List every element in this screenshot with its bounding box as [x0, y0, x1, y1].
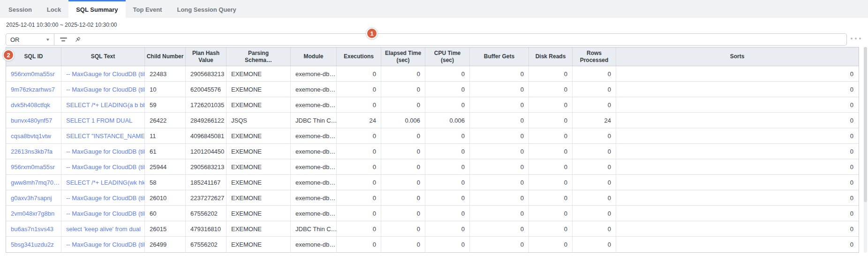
sql-text-link[interactable]: SELECT "INSTANCE_NAME","S…	[61, 128, 145, 143]
cell-plan-hash-value: 1201204450	[186, 144, 226, 159]
filter-list-icon[interactable]	[58, 34, 68, 45]
sql-id-link[interactable]: 5bsg341uzdu2z	[6, 237, 61, 252]
column-header-elapsed-time[interactable]: Elapsed Time (sec)	[381, 47, 425, 66]
table-row[interactable]: gww8mh7mq70…SELECT /*+ LEADING(wk hk) …5…	[6, 175, 859, 190]
cell-sorts: 0	[616, 221, 858, 236]
cell-child-number: 25944	[145, 159, 186, 174]
tab-lock[interactable]: Lock	[39, 0, 68, 18]
sql-id-link[interactable]: 956rxm0ma55sr	[6, 66, 61, 81]
table-row[interactable]: dvk5h408ctfqkSELECT /*+ LEADING(a b bb t…	[6, 97, 859, 113]
cell-disk-reads: 0	[529, 97, 573, 112]
cell-buffer-gets: 0	[470, 159, 529, 174]
pin-icon[interactable]	[72, 34, 83, 45]
sql-text-link[interactable]: SELECT 1 FROM DUAL	[61, 113, 145, 128]
sql-id-link[interactable]: cqsa8bvtq1vtw	[6, 128, 61, 143]
column-header-child-number[interactable]: Child Number	[145, 47, 186, 66]
sql-id-link[interactable]: 2vm048xr7g8bn	[6, 206, 61, 221]
cell-cpu-time: 0	[425, 82, 470, 97]
table-row[interactable]: 5bsg341uzdu2z-- MaxGauge for CloudDB (ti…	[6, 237, 859, 252]
sql-id-link[interactable]: g0axv3h7sapnj	[6, 190, 61, 205]
sql-id-link[interactable]: 956rxm0ma55sr	[6, 159, 61, 174]
cell-sorts: 0	[616, 66, 858, 81]
table-row[interactable]: cqsa8bvtq1vtwSELECT "INSTANCE_NAME","S…1…	[6, 128, 859, 144]
cell-plan-hash-value: 2905683213	[186, 159, 226, 174]
column-header-module[interactable]: Module	[291, 47, 337, 66]
column-header-sorts[interactable]: Sorts	[616, 47, 858, 66]
cell-buffer-gets: 0	[470, 128, 529, 143]
cell-sorts: 0	[616, 206, 858, 221]
column-header-plan-hash-value[interactable]: Plan Hash Value	[186, 47, 226, 66]
column-header-sql-id[interactable]: SQL ID	[6, 47, 61, 66]
table-row[interactable]: bu6as7n1svs43select 'keep alive' from du…	[6, 221, 859, 237]
sql-text-link[interactable]: -- MaxGauge for CloudDB (tib…	[61, 206, 145, 221]
cell-child-number: 60	[145, 206, 186, 221]
cell-executions: 0	[337, 237, 381, 252]
tab-sql-summary[interactable]: SQL Summary	[68, 0, 125, 18]
column-header-disk-reads[interactable]: Disk Reads	[529, 47, 573, 66]
table-row[interactable]: 9m76zkzarhws7-- MaxGauge for CloudDB (ti…	[6, 82, 859, 97]
cell-module: exemone-db…	[291, 159, 337, 174]
cell-disk-reads: 0	[529, 175, 573, 190]
more-options-icon[interactable]	[851, 38, 861, 39]
sql-text-link[interactable]: -- MaxGauge for CloudDB (tib…	[61, 237, 145, 252]
cell-module: exemone-db…	[291, 97, 337, 112]
cell-buffer-gets: 0	[470, 221, 529, 236]
sql-text-link[interactable]: SELECT /*+ LEADING(wk hk) …	[61, 175, 145, 190]
column-header-executions[interactable]: Executions	[337, 47, 381, 66]
cell-child-number: 10	[145, 82, 186, 97]
cell-child-number: 26015	[145, 221, 186, 236]
cell-rows-processed: 0	[573, 190, 616, 205]
cell-module: exemone-db…	[291, 190, 337, 205]
table-row[interactable]: 956rxm0ma55sr-- MaxGauge for CloudDB (ti…	[6, 159, 859, 175]
column-header-parsing-schema[interactable]: Parsing Schema…	[226, 47, 291, 66]
sql-id-link[interactable]: bunvx480ynf57	[6, 113, 61, 128]
table-row[interactable]: bunvx480ynf57SELECT 1 FROM DUAL264222849…	[6, 113, 859, 128]
cell-buffer-gets: 0	[470, 66, 529, 81]
cell-sorts: 0	[616, 128, 858, 143]
sql-text-link[interactable]: select 'keep alive' from dual	[61, 221, 145, 236]
sql-id-link[interactable]: 22613ns3kb7fa	[6, 144, 61, 159]
sql-text-link[interactable]: -- MaxGauge for CloudDB (tib…	[61, 66, 145, 81]
sql-text-link[interactable]: -- MaxGauge for CloudDB (tib…	[61, 159, 145, 174]
sql-text-link[interactable]: -- MaxGauge for CloudDB (tib…	[61, 82, 145, 97]
sql-id-link[interactable]: 9m76zkzarhws7	[6, 82, 61, 97]
cell-buffer-gets: 0	[470, 82, 529, 97]
cell-elapsed-time: 0	[381, 206, 425, 221]
column-header-cpu-time[interactable]: CPU Time (sec)	[425, 47, 470, 66]
sql-text-link[interactable]: -- MaxGauge for CloudDB (tib…	[61, 144, 145, 159]
vertical-scrollbar[interactable]	[864, 47, 867, 253]
column-header-sql-text[interactable]: SQL Text	[61, 47, 145, 66]
sql-id-link[interactable]: bu6as7n1svs43	[6, 221, 61, 236]
cell-disk-reads: 0	[529, 144, 573, 159]
column-header-rows-processed[interactable]: Rows Processed	[573, 47, 616, 66]
cell-executions: 0	[337, 144, 381, 159]
tab-long-session-query[interactable]: Long Session Query	[169, 0, 243, 18]
cell-module: exemone-db…	[291, 206, 337, 221]
cell-disk-reads: 0	[529, 221, 573, 236]
cell-module: exemone-db…	[291, 128, 337, 143]
table-row[interactable]: g0axv3h7sapnj-- MaxGauge for CloudDB (ti…	[6, 190, 859, 206]
scrollbar-thumb[interactable]	[864, 47, 867, 202]
table-row[interactable]: 956rxm0ma55sr-- MaxGauge for CloudDB (ti…	[6, 66, 859, 82]
filter-operator-select[interactable]: OR ▼	[6, 34, 54, 45]
cell-rows-processed: 0	[573, 159, 616, 174]
sql-text-link[interactable]: SELECT /*+ LEADING(a b bb t …	[61, 97, 145, 112]
sql-id-link[interactable]: dvk5h408ctfqk	[6, 97, 61, 112]
cell-sorts: 0	[616, 82, 858, 97]
tab-session[interactable]: Session	[1, 0, 39, 18]
tab-top-event[interactable]: Top Event	[126, 0, 170, 18]
sql-id-link[interactable]: gww8mh7mq70…	[6, 175, 61, 190]
cell-disk-reads: 0	[529, 82, 573, 97]
cell-plan-hash-value: 2849266122	[186, 113, 226, 128]
cell-rows-processed: 0	[573, 82, 616, 97]
cell-executions: 0	[337, 190, 381, 205]
cell-executions: 0	[337, 159, 381, 174]
table-row[interactable]: 22613ns3kb7fa-- MaxGauge for CloudDB (ti…	[6, 144, 859, 159]
column-header-buffer-gets[interactable]: Buffer Gets	[470, 47, 529, 66]
cell-cpu-time: 0	[425, 206, 470, 221]
cell-parsing-schema: EXEMONE	[226, 175, 291, 190]
sql-text-link[interactable]: -- MaxGauge for CloudDB (tib…	[61, 190, 145, 205]
filter-bar[interactable]: OR ▼	[6, 33, 847, 46]
cell-elapsed-time: 0	[381, 175, 425, 190]
table-row[interactable]: 2vm048xr7g8bn-- MaxGauge for CloudDB (ti…	[6, 206, 859, 221]
